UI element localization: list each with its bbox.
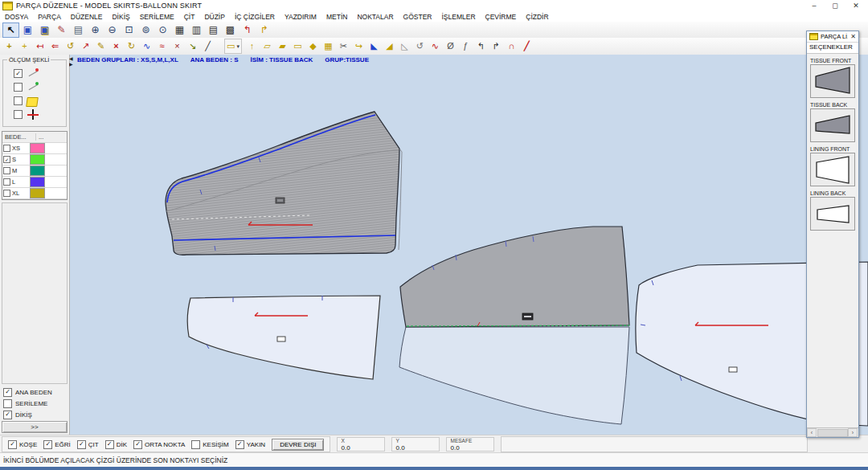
folder-open-icon[interactable]: ▱ xyxy=(260,39,275,54)
check-dikis[interactable]: ✓ DİKİŞ xyxy=(0,409,69,420)
curve-tool-icon[interactable]: ∩ xyxy=(504,39,519,54)
checkbox[interactable]: ✓ xyxy=(133,440,142,449)
size-row[interactable]: L xyxy=(2,177,67,188)
grain-mark[interactable] xyxy=(729,367,737,372)
edit-notes-icon[interactable]: ✎ xyxy=(53,22,70,38)
menu-noktalar[interactable]: NOKTALAR xyxy=(352,13,398,21)
checkbox[interactable]: ✓ xyxy=(14,69,23,78)
notch-type-dropdown[interactable]: ▭ ▾ xyxy=(224,39,242,54)
checkbox[interactable] xyxy=(191,440,200,449)
checkbox[interactable]: ✓ xyxy=(43,440,52,449)
function-curve-icon[interactable]: ƒ xyxy=(458,39,473,54)
size-row[interactable]: ✓ S xyxy=(2,154,67,166)
size-checkbox[interactable]: ✓ xyxy=(3,156,10,163)
remove-segment-icon[interactable]: × xyxy=(170,39,185,54)
menu-goster[interactable]: GÖSTER xyxy=(399,13,437,21)
checkbox[interactable]: ✓ xyxy=(77,440,86,449)
checkbox[interactable] xyxy=(14,83,23,92)
snap-kesisim[interactable]: KESİŞİM xyxy=(191,440,228,449)
option-yellow-tag[interactable] xyxy=(14,94,66,108)
undo-move-icon[interactable]: ↺ xyxy=(63,39,78,54)
piece-lining-back[interactable] xyxy=(187,296,380,379)
checkbox[interactable] xyxy=(14,96,23,105)
piece-tissue-back[interactable] xyxy=(400,227,629,327)
piece-item-tissue-back[interactable]: TISSUE BACK xyxy=(810,102,855,142)
menu-yazdirim[interactable]: YAZDIRIM xyxy=(280,13,321,21)
checkbox[interactable] xyxy=(3,399,12,408)
piece-tissue-front[interactable] xyxy=(166,112,402,255)
checkbox[interactable]: ✓ xyxy=(235,440,244,449)
piece-thumbnail[interactable] xyxy=(810,64,855,98)
close-button[interactable]: ✕ xyxy=(845,2,866,10)
menu-dosya[interactable]: DOSYA xyxy=(0,13,33,21)
grid-vertical-icon[interactable]: ▥ xyxy=(188,22,205,38)
menu-cevirme[interactable]: ÇEVİRME xyxy=(481,13,522,21)
piece-item-lining-front[interactable]: LINING FRONT xyxy=(810,146,855,186)
stamp-piece-icon[interactable]: ↑ xyxy=(244,39,260,54)
check-serileme[interactable]: SERİLEME xyxy=(0,398,69,409)
curve-point-icon[interactable]: ∿ xyxy=(139,39,154,54)
minimize-button[interactable]: – xyxy=(804,2,825,10)
menu-parca[interactable]: PARÇA xyxy=(33,13,66,21)
piece-thumbnail[interactable] xyxy=(810,153,855,186)
cursor-icon[interactable]: ↖ xyxy=(2,22,19,38)
menu-islemler[interactable]: İŞLEMLER xyxy=(436,13,480,21)
folder-export-icon[interactable]: ▰ xyxy=(275,39,290,54)
cut-table-icon[interactable]: ✂ xyxy=(336,39,351,54)
add-point-icon[interactable]: + xyxy=(2,39,17,54)
pieces-panel-menu[interactable]: SEÇENEKLER xyxy=(807,43,858,54)
size-row[interactable]: XL xyxy=(2,188,67,199)
checkbox[interactable]: ✓ xyxy=(8,440,17,449)
size-checkbox[interactable] xyxy=(3,178,10,186)
panel-scrollbar[interactable]: ‹ › xyxy=(807,427,858,437)
piece-thumbnail[interactable] xyxy=(810,197,855,231)
hook-left-icon[interactable]: ↰ xyxy=(473,39,489,54)
option-measure-red[interactable]: ✓ xyxy=(14,67,66,80)
expand-button[interactable]: >> xyxy=(2,421,68,433)
collapse-left-icon[interactable]: ◀ xyxy=(69,56,73,61)
move-point-icon[interactable]: ⇐ xyxy=(47,39,63,54)
worksheet-icon[interactable]: ▤ xyxy=(70,22,87,38)
piece-lining-front-lower[interactable] xyxy=(399,327,629,424)
size-row[interactable]: M xyxy=(2,166,67,177)
piece-item-tissue-front[interactable]: TISSUE FRONT xyxy=(810,58,855,98)
zoom-all-icon[interactable]: ⊚ xyxy=(137,22,154,38)
checkbox[interactable]: ✓ xyxy=(3,388,12,397)
panel-close-icon[interactable]: ✕ xyxy=(850,33,856,40)
slope-point-icon[interactable]: ↘ xyxy=(185,39,200,54)
flip-blue-icon[interactable]: ◣ xyxy=(366,39,382,54)
grain-mark[interactable] xyxy=(277,337,285,341)
snap-cit[interactable]: ✓ ÇIT xyxy=(77,440,99,449)
grid-horizontal-icon[interactable]: ▤ xyxy=(205,22,222,38)
menu-duzenle[interactable]: DÜZENLE xyxy=(66,13,108,21)
wave-red-icon[interactable]: ∿ xyxy=(428,39,443,54)
send-piece-icon[interactable]: ↪ xyxy=(351,39,366,54)
move-point-left-icon[interactable]: ↤ xyxy=(32,39,47,54)
size-row[interactable]: XS xyxy=(2,143,67,154)
zoom-in-icon[interactable]: ⊕ xyxy=(87,22,104,38)
exit-yellow-icon[interactable]: ↱ xyxy=(256,22,272,38)
snap-egri[interactable]: ✓ EĞRİ xyxy=(43,440,71,449)
fold-white-icon[interactable]: ◺ xyxy=(397,39,412,54)
line-tool-icon[interactable]: ╱ xyxy=(200,39,215,54)
grid-icon[interactable]: ▦ xyxy=(171,22,188,38)
scroll-right-icon[interactable]: › xyxy=(848,428,858,437)
edit-point-icon[interactable]: ✎ xyxy=(93,39,108,54)
menu-cizdir[interactable]: ÇİZDİR xyxy=(521,13,553,21)
smooth-point-icon[interactable]: ≈ xyxy=(154,39,170,54)
delete-point-icon[interactable]: × xyxy=(108,39,124,54)
scroll-left-icon[interactable]: ‹ xyxy=(807,428,817,437)
checkbox[interactable]: ✓ xyxy=(3,411,12,419)
snap-yakin[interactable]: ✓ YAKIN xyxy=(235,440,265,449)
disable-snaps-button[interactable]: DEVRE DIŞI xyxy=(272,439,324,451)
break-line-icon[interactable]: ↗ xyxy=(78,39,93,54)
folder-import-icon[interactable]: ▭ xyxy=(290,39,305,54)
size-checkbox[interactable] xyxy=(3,167,10,174)
maximize-button[interactable]: ◻ xyxy=(825,2,845,10)
snap-dik[interactable]: ✓ DİK xyxy=(105,440,127,449)
menu-dikis[interactable]: DİKİŞ xyxy=(107,13,134,21)
menu-ic-cizgiler[interactable]: İÇ ÇİZGİLER xyxy=(230,13,280,21)
piece-item-lining-back[interactable]: LINING BACK xyxy=(810,190,855,231)
drawing-canvas[interactable]: ◀ ▶ BEDEN GRUPLARI : XS,S,M,L,XL ANA BED… xyxy=(69,55,868,435)
spiral-icon[interactable]: ↺ xyxy=(412,39,428,54)
